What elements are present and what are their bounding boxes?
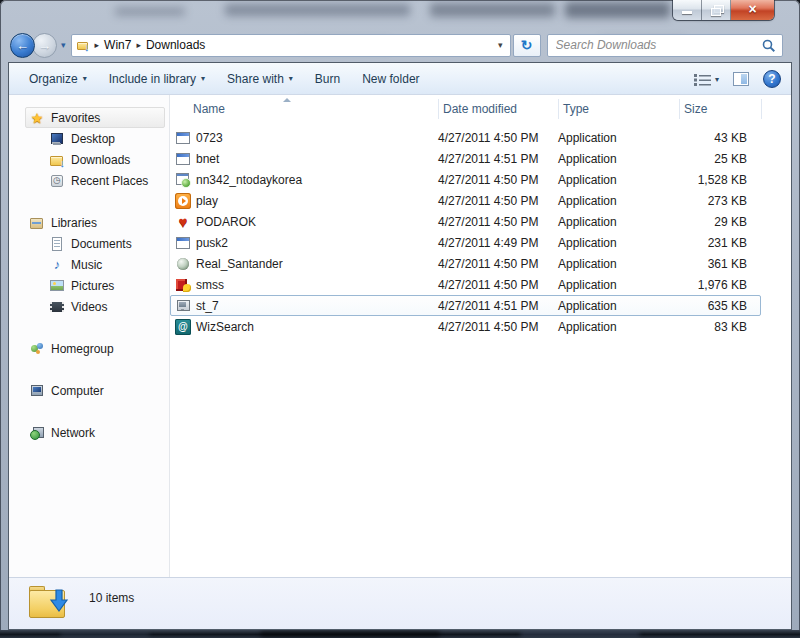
file-row[interactable]: bnet4/27/2011 4:51 PMApplication25 KB — [170, 148, 761, 169]
help-button[interactable] — [763, 70, 781, 88]
window-controls: × — [673, 0, 774, 20]
file-date-modified: 4/27/2011 4:51 PM — [428, 152, 548, 166]
column-header-size[interactable]: Size — [674, 95, 761, 123]
chevron-down-icon: ▾ — [83, 74, 87, 83]
chevron-down-icon: ▾ — [289, 74, 293, 83]
toolbar-button-include-in-library[interactable]: Include in library▾ — [109, 72, 205, 86]
recent-pages-dropdown[interactable]: ▾ — [61, 40, 66, 50]
sidebar-item-music[interactable]: Music — [9, 254, 169, 275]
sidebar-item-network[interactable]: Network — [9, 422, 169, 443]
file-size: 1,976 KB — [669, 278, 756, 292]
refresh-button[interactable]: ↻ — [513, 34, 541, 57]
column-header-name[interactable]: Name — [170, 95, 433, 123]
heart-icon — [175, 214, 191, 230]
toolbar-button-organize[interactable]: Organize▾ — [29, 72, 87, 86]
sidebar-section: LibrariesDocumentsMusicPicturesVideos — [9, 212, 169, 317]
sidebar-item-libraries[interactable]: Libraries — [9, 212, 169, 233]
file-row[interactable]: play4/27/2011 4:50 PMApplication273 KB — [170, 190, 761, 211]
sidebar-item-label: Downloads — [71, 153, 130, 167]
file-size: 1,528 KB — [669, 173, 756, 187]
sidebar-item-label: Recent Places — [71, 174, 148, 188]
address-bar[interactable]: ▸ Win7 ▸ Downloads ▾ — [71, 34, 511, 57]
change-view-button[interactable]: ▾ — [694, 73, 719, 86]
installer-icon — [175, 172, 191, 188]
preview-pane-button[interactable] — [733, 72, 749, 86]
column-separator[interactable] — [679, 99, 680, 119]
refresh-icon: ↻ — [521, 37, 533, 53]
sidebar-item-documents[interactable]: Documents — [9, 233, 169, 254]
file-type: Application — [548, 278, 669, 292]
sidebar-item-pictures[interactable]: Pictures — [9, 275, 169, 296]
file-name: WizSearch — [196, 320, 254, 334]
breadcrumb-arrow-icon[interactable]: ▸ — [136, 40, 141, 50]
file-type: Application — [548, 173, 669, 187]
file-row[interactable]: Real_Santander4/27/2011 4:50 PMApplicati… — [170, 253, 761, 274]
file-date-modified: 4/27/2011 4:50 PM — [428, 278, 548, 292]
sidebar-item-label: Pictures — [71, 279, 114, 293]
app-icon — [175, 130, 191, 146]
sidebar-item-homegroup[interactable]: Homegroup — [9, 338, 169, 359]
file-row[interactable]: st_74/27/2011 4:51 PMApplication635 KB — [170, 295, 761, 316]
file-type: Application — [548, 257, 669, 271]
file-type: Application — [548, 215, 669, 229]
file-row[interactable]: smss4/27/2011 4:50 PMApplication1,976 KB — [170, 274, 761, 295]
sidebar-item-label: Network — [51, 426, 95, 440]
column-separator[interactable] — [761, 99, 762, 119]
title-bar[interactable]: × — [0, 0, 800, 28]
search-input[interactable] — [548, 35, 782, 56]
toolbar-button-new-folder[interactable]: New folder — [362, 72, 419, 86]
file-row[interactable]: pusk24/27/2011 4:49 PMApplication231 KB — [170, 232, 761, 253]
sidebar-item-favorites[interactable]: Favorites — [9, 107, 169, 128]
at-icon — [175, 319, 191, 335]
sidebar-item-desktop[interactable]: Desktop — [9, 128, 169, 149]
back-button[interactable]: ← — [10, 33, 35, 58]
close-icon: × — [731, 0, 774, 20]
play-icon — [175, 193, 191, 209]
breadcrumb-downloads[interactable]: Downloads — [146, 38, 205, 52]
command-toolbar: Organize▾Include in library▾Share with▾B… — [9, 63, 791, 95]
file-name: smss — [196, 278, 224, 292]
file-name-cell: bnet — [171, 151, 428, 167]
file-name: play — [196, 194, 218, 208]
file-type: Application — [548, 236, 669, 250]
sort-ascending-icon — [283, 98, 291, 102]
restore-button[interactable] — [702, 0, 731, 20]
file-type: Application — [548, 299, 669, 313]
toolbar-button-burn[interactable]: Burn — [315, 72, 340, 86]
file-name-cell: nn342_ntodaykorea — [171, 172, 428, 188]
toolbar-button-share-with[interactable]: Share with▾ — [227, 72, 293, 86]
sidebar-item-computer[interactable]: Computer — [9, 380, 169, 401]
file-date-modified: 4/27/2011 4:50 PM — [428, 320, 548, 334]
close-button[interactable]: × — [731, 0, 774, 20]
file-name-cell: PODAROK — [171, 214, 428, 230]
file-row[interactable]: PODAROK4/27/2011 4:50 PMApplication29 KB — [170, 211, 761, 232]
search-icon[interactable] — [762, 39, 776, 53]
breadcrumb-win7[interactable]: Win7 — [104, 38, 131, 52]
chevron-down-icon: ▾ — [201, 74, 205, 83]
column-separator[interactable] — [438, 99, 439, 119]
file-name-cell: WizSearch — [171, 319, 428, 335]
toolbar-button-label: Burn — [315, 72, 340, 86]
file-name-cell: play — [171, 193, 428, 209]
sidebar-item-recent-places[interactable]: Recent Places — [9, 170, 169, 191]
file-name-cell: smss — [171, 277, 428, 293]
toolbar-button-label: Organize — [29, 72, 78, 86]
sidebar-item-videos[interactable]: Videos — [9, 296, 169, 317]
breadcrumb-arrow-icon[interactable]: ▸ — [95, 40, 100, 50]
file-row[interactable]: WizSearch4/27/2011 4:50 PMApplication83 … — [170, 316, 761, 337]
address-dropdown-icon[interactable]: ▾ — [495, 40, 506, 50]
minimize-button[interactable] — [673, 0, 702, 20]
forward-button[interactable]: → — [32, 33, 57, 58]
file-row[interactable]: 07234/27/2011 4:50 PMApplication43 KB — [170, 127, 761, 148]
main-area: FavoritesDesktopDownloadsRecent PlacesLi… — [9, 95, 791, 577]
file-date-modified: 4/27/2011 4:49 PM — [428, 236, 548, 250]
forward-arrow-icon: → — [33, 34, 56, 57]
file-size: 635 KB — [669, 299, 756, 313]
column-separator[interactable] — [558, 99, 559, 119]
file-size: 231 KB — [669, 236, 756, 250]
column-header-type[interactable]: Type — [553, 95, 674, 123]
file-list-pane: Name Date modified Type Size 07234/27/20… — [170, 95, 791, 577]
sidebar-item-downloads[interactable]: Downloads — [9, 149, 169, 170]
column-header-date-modified[interactable]: Date modified — [433, 95, 553, 123]
file-row[interactable]: nn342_ntodaykorea4/27/2011 4:50 PMApplic… — [170, 169, 761, 190]
